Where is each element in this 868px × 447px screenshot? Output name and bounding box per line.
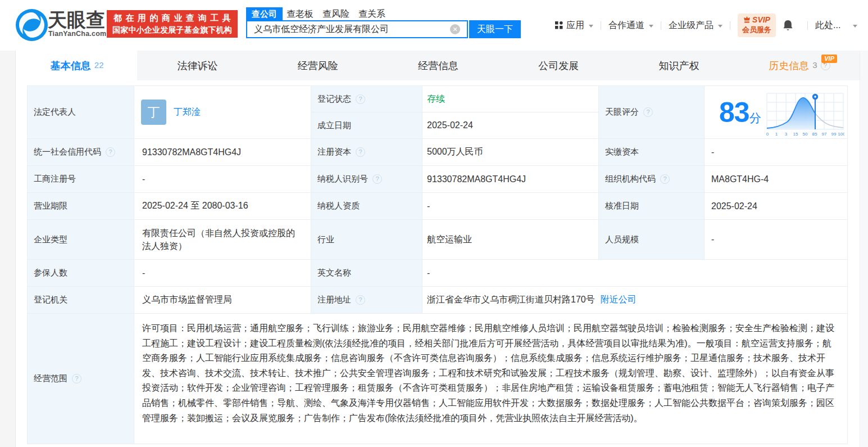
field-label-taxpayer-id: 纳税人识别号? [311,166,422,193]
divider [807,21,808,30]
field-label-biz-term: 营业期限 [28,193,134,220]
svg-text:15: 15 [793,132,798,137]
company-info-table: 法定代表人 丁 丁郑淦 登记状态? 存续 成立日期 2025-02-24 天眼评… [27,85,848,444]
slogan-line1: 都在用的商业查询工具 [107,12,238,24]
field-label-business-scope: 经营范围? [28,314,134,444]
field-label-org-code: 组织机构代码? [599,166,705,193]
chevron-down-icon [718,25,722,28]
field-value-reg-status: 存续 [422,86,599,112]
nav-enterprise[interactable]: 企业级产品 [669,20,722,31]
tianyancha-logo-icon[interactable] [16,9,48,41]
nav-coop[interactable]: 合作通道 [608,20,653,31]
nav-coop-label: 合作通道 [608,20,644,31]
svip-sub-label: 会员服务 [742,25,771,35]
svip-label: SVIP [752,15,770,24]
tab-basic-label: 基本信息 [51,59,91,73]
field-label-reg-address: 注册地址? [311,287,422,314]
header-nav: 应用 合作通道 企业级产品 SVIP 会员服务 此处... [555,0,857,51]
legal-rep-avatar[interactable]: 丁 [141,100,166,125]
divider [661,21,661,30]
svg-text:85: 85 [812,132,817,137]
vip-badge: VIP [821,55,837,63]
search-input[interactable]: 义乌市低空经济产业发展有限公司 ✕ [246,20,468,38]
search-tab-boss[interactable]: 查老板 [287,8,313,20]
search-tab-relation[interactable]: 查关系 [358,8,385,20]
tianyancha-company-page: 天眼查 TianYanCha.com 都在用的商业查询工具 国家中小企业发展子基… [0,0,868,447]
header: 天眼查 TianYanCha.com 都在用的商业查询工具 国家中小企业发展子基… [0,0,868,51]
help-icon[interactable]: ? [106,147,115,157]
nav-more[interactable]: 此处... [815,20,857,31]
tab-legal-label: 法律诉讼 [177,59,217,73]
tab-risk-label: 经营风险 [298,59,338,73]
help-icon[interactable]: ? [356,295,365,305]
field-value-approval-date: 2025-02-24 [705,193,848,220]
field-value-reg-authority: 义乌市市场监督管理局 [134,287,311,314]
field-label-credit-code: 统一社会信用代码? [28,139,134,166]
nav-app[interactable]: 应用 [555,20,593,31]
tab-operation[interactable]: 经营信息 [378,51,498,80]
tab-ip[interactable]: 知识产权 [619,51,739,80]
field-value-business-scope: 许可项目：民用机场运营；通用航空服务；飞行训练；旅游业务；民用航空器维修；民用航… [134,314,848,444]
field-value-establish-date: 2025-02-24 [422,112,599,139]
field-value-org-code: MA8GT4HG-4 [705,166,848,193]
help-icon[interactable]: ? [72,374,81,383]
search-button[interactable]: 天眼一下 [469,20,521,38]
help-icon[interactable]: ? [660,174,670,184]
tab-history[interactable]: VIP 历史信息 3 ? [739,51,860,80]
tab-development-label: 公司发展 [538,59,579,73]
svg-text:97: 97 [821,132,826,137]
field-value-taxpayer-id: 91330782MA8GT4HG4J [422,166,599,193]
svip-member-badge[interactable]: SVIP 会员服务 [738,13,776,37]
tab-history-label: 历史信息 [769,59,809,73]
legal-rep-name-link[interactable]: 丁郑淦 [174,106,201,118]
section-tabbar: 基本信息 22 法律诉讼 经营风险 经营信息 公司发展 知识产权 VIP 历史信… [17,51,860,80]
score-unit: 分 [749,110,761,126]
app-grid-icon [555,21,563,29]
tab-basic-info[interactable]: 基本信息 22 [17,51,137,80]
nearby-companies-link[interactable]: 附近公司 [601,294,637,306]
left-margin-rail [0,51,16,447]
field-label-reg-authority: 登记机关 [28,287,134,314]
score-number: 83 [719,96,749,129]
field-value-company-type: 有限责任公司（非自然人投资或控股的法人独资） [134,220,311,260]
nav-app-label: 应用 [566,20,584,31]
slogan-line2: 国家中小企业发展子基金旗下机构 [107,24,238,36]
search-input-value[interactable]: 义乌市低空经济产业发展有限公司 [247,24,450,35]
field-label-staff-size: 人员规模 [599,220,705,260]
help-icon[interactable]: ? [643,107,653,117]
tab-history-count: 3 [812,60,817,70]
tab-basic-count: 22 [94,60,104,70]
nav-more-label: 此处... [815,20,840,31]
tab-legal[interactable]: 法律诉讼 [137,51,257,80]
field-value-staff-size: - [705,220,848,260]
field-value-score: 83 分 [705,86,848,139]
help-icon[interactable]: ? [356,147,365,157]
svg-text:1: 1 [775,132,778,137]
chevron-down-icon [589,25,593,28]
search-tab-risk[interactable]: 查风险 [322,8,349,20]
field-label-taxpayer-qual: 纳税人资质 [311,193,422,220]
field-label-legal-rep: 法定代表人 [28,86,134,139]
tab-development[interactable]: 公司发展 [498,51,619,80]
help-icon[interactable]: ? [356,94,365,104]
tab-operation-label: 经营信息 [418,59,458,73]
tab-risk[interactable]: 经营风险 [258,51,378,80]
notification-bell-icon[interactable] [783,20,793,31]
svg-text:3: 3 [784,132,787,137]
divider [730,21,730,30]
field-label-approval-date: 核准日期 [599,193,705,220]
field-value-reg-capital: 5000万人民币 [422,139,599,166]
field-value-paid-capital: - [705,139,848,166]
clear-search-icon[interactable]: ✕ [450,24,460,34]
field-value-legal-rep: 丁 丁郑淦 [134,86,311,139]
svg-text:50: 50 [802,132,807,137]
chevron-down-icon [649,25,653,28]
help-icon[interactable]: ? [372,174,382,184]
field-value-taxpayer-qual: - [422,193,599,220]
search-tab-company[interactable]: 查公司 [246,7,283,21]
divider [601,21,601,30]
search-tabs: 查公司 查老板 查风险 查关系 [246,7,385,21]
field-label-insured: 参保人数 [28,260,134,287]
field-label-reg-capital: 注册资本? [311,139,422,166]
field-label-english-name: 英文名称 [311,260,422,287]
